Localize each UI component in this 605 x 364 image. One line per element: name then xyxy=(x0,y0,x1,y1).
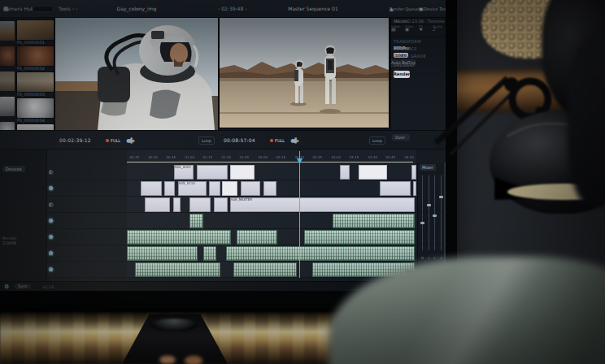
sync-chip[interactable]: Sync xyxy=(15,284,31,289)
timecode-stepper[interactable]: ‹ 02:39:48 › xyxy=(218,0,247,18)
ruler-tick: 03:30 xyxy=(368,154,377,160)
track-num: 4 xyxy=(49,202,51,207)
track-header[interactable]: AU3w-010000 0480▢0C xyxy=(47,262,127,278)
media-side-column xyxy=(0,21,15,146)
timeline-clip[interactable]: S05_0110 xyxy=(178,181,207,196)
program-full-badge: FULL xyxy=(270,138,285,143)
track-num: 8 xyxy=(49,170,51,175)
inspector-tab-video[interactable]: ▤Video xyxy=(391,25,405,37)
ruler-tick: 02:00 xyxy=(258,154,268,160)
source-loop-button[interactable]: Loop xyxy=(198,136,215,145)
timeline-clip[interactable] xyxy=(222,181,237,196)
program-transport: 00:08:57:04 FULL ◄◄◄►■►►►▌ Loop xyxy=(220,131,389,150)
render-button[interactable]: Render xyxy=(394,71,410,78)
clip-label: S04_0023 xyxy=(175,165,191,169)
timeline-clip[interactable] xyxy=(413,181,416,196)
timeline-clip[interactable] xyxy=(304,230,415,245)
timeline-clip[interactable] xyxy=(411,165,416,180)
ruler-tick: 02:45 xyxy=(312,154,322,160)
media-item[interactable]: FS_00000031 xyxy=(17,20,54,46)
gear-icon[interactable]: ⚙ xyxy=(4,284,9,290)
playhead[interactable] xyxy=(299,151,300,278)
person-face-shadow xyxy=(568,36,605,206)
fader-handle[interactable] xyxy=(420,222,424,224)
ruler-tick: 01:30 xyxy=(221,154,231,160)
ruler-tick: 01:15 xyxy=(202,154,212,160)
timeline-clip[interactable] xyxy=(214,197,228,212)
track-num: C xyxy=(49,267,52,272)
timeline-clip[interactable] xyxy=(209,181,220,196)
inspector-tab-fx[interactable]: ★FX xyxy=(419,25,433,37)
transport-button[interactable]: ►▌ xyxy=(291,136,298,145)
media-item[interactable]: FS_00000034 xyxy=(17,98,54,124)
ruler-tick: 00:30 xyxy=(148,154,158,160)
transport-button[interactable]: ►▌ xyxy=(127,136,134,145)
source-frame-astronaut-closeup xyxy=(55,18,218,130)
timeline-clip[interactable]: S06_MASTER xyxy=(230,197,415,212)
timeline-clip[interactable] xyxy=(164,181,175,196)
timeline-clip[interactable] xyxy=(340,165,350,180)
media-thumbnail-small[interactable] xyxy=(0,21,15,41)
timeline-clip[interactable] xyxy=(380,181,411,196)
timeline-clip[interactable] xyxy=(263,181,276,196)
timeline-content[interactable]: 00:1500:3000:4501:0001:1501:3001:4502:00… xyxy=(127,150,416,278)
program-monitor[interactable] xyxy=(220,18,389,128)
edit-mode-button[interactable]: Over xyxy=(392,134,408,141)
transport-bar: 00:02:39:12 FULL ◄◄◄►■►►►▌ Loop 00:08:57… xyxy=(0,130,446,150)
sequence-title: Master Sequence 01 xyxy=(244,0,382,18)
track-header[interactable]: AU1w-010000 0480▢0A xyxy=(47,229,127,245)
ruler-tick: 01:45 xyxy=(239,154,249,160)
ruler-tick: 00:45 xyxy=(166,154,176,160)
clip-thumbnail xyxy=(17,98,54,118)
media-thumbnail-small[interactable] xyxy=(0,97,15,116)
media-item[interactable]: FS_00000032 xyxy=(17,46,54,72)
timeline-clip[interactable] xyxy=(197,165,228,180)
program-timecode: 00:08:57:04 xyxy=(224,137,255,143)
track-header[interactable]: SC3w-010000 0248▢08 xyxy=(47,164,127,180)
media-item[interactable]: FS_00000033 xyxy=(17,72,54,98)
media-filename: FS_00000034 xyxy=(17,118,54,124)
timeline-clip[interactable] xyxy=(230,165,255,180)
timeline-clip[interactable] xyxy=(189,214,203,228)
timeline-clip[interactable] xyxy=(233,262,297,277)
track-header[interactable]: SC4w-010000 0312▢06 xyxy=(47,180,127,197)
search-input[interactable] xyxy=(33,6,54,12)
timeline-clip[interactable] xyxy=(127,230,231,245)
timeline-ruler[interactable]: 00:1500:3000:4501:0001:1501:3001:4502:00… xyxy=(127,153,416,161)
timeline-clip[interactable]: S04_0023 xyxy=(174,165,194,180)
timeline-clip[interactable] xyxy=(203,246,216,261)
devices-chip[interactable]: Devices xyxy=(2,166,25,172)
media-filename: FS_00000032 xyxy=(17,66,54,72)
source-monitor[interactable] xyxy=(55,18,218,130)
fader-handle[interactable] xyxy=(433,214,437,217)
inspector-tabs: ▤Video◉Color★FX♪Audio xyxy=(391,25,446,37)
source-full-badge: FULL xyxy=(106,138,120,143)
timeline-clip[interactable] xyxy=(333,214,415,228)
program-loop-button[interactable]: Loop xyxy=(369,136,385,145)
mixer-channel[interactable]: M xyxy=(420,176,425,260)
photo-scene: ▦ Camera Hub Tools ‹ › Day_colony_img ‹ … xyxy=(0,0,605,364)
ruler-tick: 03:45 xyxy=(385,154,395,160)
media-thumbnail-small[interactable] xyxy=(0,72,15,91)
timeline-clip[interactable] xyxy=(241,181,260,196)
ruler-tick: 04:00 xyxy=(404,154,414,160)
inspector-tab-audio[interactable]: ♪Audio xyxy=(433,25,446,37)
track-header[interactable]: SC5w-010000 0480▢04 xyxy=(47,197,127,213)
track-header[interactable]: SC6w-010000 0216▢02 xyxy=(47,213,127,229)
ruler-tick: 02:15 xyxy=(276,154,285,160)
timeline-clip[interactable] xyxy=(237,230,277,245)
timeline-clip[interactable] xyxy=(226,246,415,261)
timeline-clip[interactable] xyxy=(135,262,220,277)
timeline-clip[interactable] xyxy=(189,197,211,212)
timeline-clip[interactable] xyxy=(141,181,162,196)
version-label: v2.14 xyxy=(42,284,54,289)
timeline-clip[interactable] xyxy=(145,197,170,212)
media-filename: FS_00000031 xyxy=(17,40,54,46)
track-num: A xyxy=(49,235,51,240)
timeline-clip[interactable] xyxy=(359,165,387,180)
timeline-clip[interactable] xyxy=(173,197,181,212)
timeline-clip[interactable] xyxy=(127,246,198,261)
inspector-tab-color[interactable]: ◉Color xyxy=(405,25,419,37)
media-thumbnail-small[interactable] xyxy=(0,46,15,66)
track-header[interactable]: AU2w-010000 0480▢0B xyxy=(47,245,127,262)
